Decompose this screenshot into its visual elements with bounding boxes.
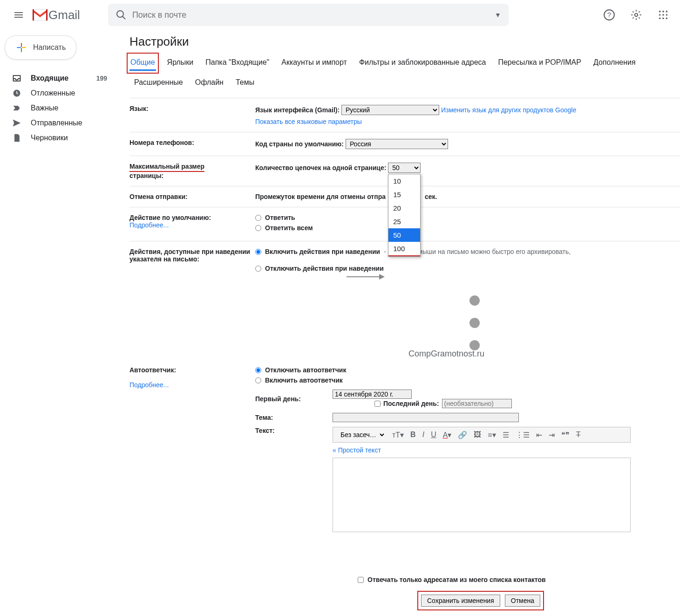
nav-label: Важные [31, 104, 59, 112]
country-select[interactable]: Россия [346, 139, 448, 149]
dropdown-option[interactable]: 50 [388, 228, 420, 242]
tab-addons[interactable]: Дополнения [592, 55, 637, 71]
subject-label: Тема: [255, 414, 325, 421]
settings-subtabs: Расширенные Офлайн Темы [129, 75, 680, 89]
dropdown-option[interactable]: 10 [388, 174, 420, 188]
italic-icon[interactable]: I [422, 431, 424, 439]
text-color-icon[interactable]: A▾ [443, 431, 452, 439]
nav-important[interactable]: Важные [0, 101, 121, 116]
nav-drafts[interactable]: Черновики [0, 130, 121, 145]
last-day-label: Последний день: [383, 400, 439, 407]
gear-icon [630, 9, 642, 21]
pagesize-select[interactable]: 50 [388, 163, 421, 173]
font-size-icon[interactable]: тТ▾ [392, 431, 404, 439]
align-icon[interactable]: ≡▾ [488, 431, 496, 439]
learn-more-link[interactable]: Подробнее... [129, 221, 169, 229]
tab-themes[interactable]: Темы [235, 75, 255, 89]
image-icon[interactable]: 🖼 [474, 431, 481, 439]
help-button[interactable]: ? [600, 6, 619, 24]
change-lang-link[interactable]: Изменить язык для других продуктов Googl… [441, 106, 576, 114]
tab-accounts[interactable]: Аккаунты и импорт [280, 55, 348, 71]
bullet-list-icon[interactable]: ⋮☰ [516, 431, 530, 439]
apps-button[interactable] [654, 6, 673, 24]
row-label: Действия, доступные при наведении указат… [129, 248, 255, 275]
last-day-checkbox[interactable] [374, 401, 381, 407]
font-select[interactable]: Без засеч… [337, 430, 386, 439]
svg-point-7 [666, 11, 668, 13]
page-title: Настройки [129, 34, 680, 49]
search-input[interactable] [132, 10, 495, 20]
dropdown-option[interactable]: 20 [388, 201, 420, 215]
clear-format-icon[interactable]: T [576, 431, 581, 439]
svg-point-6 [662, 11, 664, 13]
tab-offline[interactable]: Офлайн [194, 75, 224, 89]
nav-label: Черновики [31, 134, 68, 142]
bold-icon[interactable]: B [410, 431, 416, 439]
nav-list: Входящие 199 Отложенные Важные Отправлен… [0, 71, 121, 145]
nav-count: 199 [96, 75, 116, 82]
search-dropdown-caret[interactable]: ▼ [495, 11, 501, 19]
svg-point-13 [666, 18, 668, 20]
tab-pop-imap[interactable]: Пересылка и POP/IMAP [497, 55, 582, 71]
header: Gmail ▼ ? [0, 0, 680, 30]
underline-icon[interactable]: U [431, 431, 436, 439]
nav-snoozed[interactable]: Отложенные [0, 86, 121, 101]
indent-more-icon[interactable]: ⇥ [549, 431, 555, 439]
show-all-lang-link[interactable]: Показать все языковые параметры [255, 118, 680, 125]
learn-more-link[interactable]: Подробнее... [129, 381, 169, 389]
message-body-editor[interactable] [333, 458, 631, 532]
subject-input[interactable] [333, 413, 519, 422]
row-phones: Номера телефонов: Код страны по умолчани… [129, 132, 680, 156]
field-label: Количество цепочек на одной странице: [255, 164, 386, 171]
row-pagesize: Максимальный размер страницы: Количество… [129, 156, 680, 186]
hamburger-menu[interactable] [7, 4, 30, 26]
quote-icon[interactable]: ❝❞ [561, 431, 570, 439]
save-button[interactable]: Сохранить изменения [421, 595, 500, 607]
tab-inbox[interactable]: Папка "Входящие" [204, 55, 270, 71]
row-language: Язык: Язык интерфейса (Gmail): Русский И… [129, 98, 680, 132]
svg-point-5 [659, 11, 661, 13]
row-vacation: Автоответчик: Подробнее... Отключить авт… [129, 360, 680, 539]
dropdown-option[interactable]: 100 [388, 242, 420, 256]
dot-icon [469, 295, 480, 306]
hover-off-radio[interactable] [255, 266, 261, 272]
nav-inbox[interactable]: Входящие 199 [0, 71, 121, 86]
contacts-only-label: Отвечать только адресатам из моего списк… [367, 576, 546, 583]
reply-all-radio[interactable] [255, 225, 261, 231]
first-day-input[interactable] [333, 390, 412, 399]
row-label: Язык: [129, 105, 255, 125]
cancel-button[interactable]: Отмена [505, 595, 540, 607]
numbered-list-icon[interactable]: ☰ [503, 431, 509, 439]
tab-advanced[interactable]: Расширенные [133, 75, 184, 89]
last-day-input[interactable] [442, 399, 512, 408]
vacation-on-radio[interactable] [255, 377, 261, 383]
svg-point-11 [659, 18, 661, 20]
field-label: Промежуток времени для отмены отпра [255, 193, 386, 200]
reply-radio[interactable] [255, 215, 261, 221]
field-label: Язык интерфейса (Gmail): [255, 106, 340, 114]
link-icon[interactable]: 🔗 [458, 431, 467, 439]
language-select[interactable]: Русский [341, 105, 439, 115]
tab-general[interactable]: Общие [129, 55, 156, 71]
dropdown-option[interactable]: 25 [388, 215, 420, 228]
settings-button[interactable] [627, 6, 646, 24]
hover-on-radio[interactable] [255, 249, 261, 255]
search-box[interactable]: ▼ [108, 4, 509, 26]
tab-labels[interactable]: Ярлыки [166, 55, 195, 71]
contacts-only-checkbox[interactable] [358, 577, 364, 583]
dropdown-option[interactable]: 15 [388, 188, 420, 201]
vacation-off-radio[interactable] [255, 367, 261, 373]
svg-line-1 [122, 16, 125, 19]
indent-less-icon[interactable]: ⇤ [536, 431, 542, 439]
gmail-m-icon [32, 8, 48, 21]
svg-point-10 [666, 14, 668, 16]
compose-button[interactable]: Написать [5, 35, 76, 60]
tab-filters[interactable]: Фильтры и заблокированные адреса [358, 55, 487, 71]
settings-tabs: Общие Ярлыки Папка "Входящие" Аккаунты и… [129, 55, 680, 71]
plain-text-link[interactable]: « Простой текст [333, 446, 381, 454]
gmail-logo[interactable]: Gmail [32, 8, 80, 22]
text-label: Текст: [255, 427, 325, 434]
nav-sent[interactable]: Отправленные [0, 116, 121, 130]
compose-label: Написать [33, 43, 66, 52]
svg-point-4 [635, 14, 638, 17]
